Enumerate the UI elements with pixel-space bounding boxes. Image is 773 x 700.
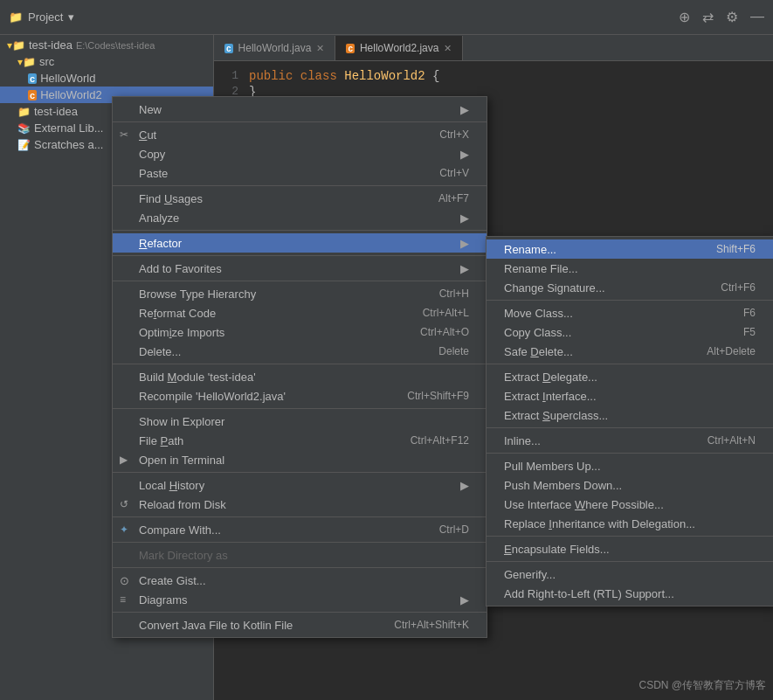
submenu-rename-file[interactable]: Rename File...	[487, 259, 773, 278]
submenu-encapsulate[interactable]: Encapsulate Fields...	[487, 539, 773, 558]
menu-build[interactable]: Build Module 'test-idea'	[113, 367, 487, 386]
submenu-rtl[interactable]: Add Right-to-Left (RTL) Support...	[487, 584, 773, 603]
menu-analyze[interactable]: Analyze ▶	[113, 208, 487, 227]
submenu-use-interface[interactable]: Use Interface Where Possible...	[487, 495, 773, 514]
menu-delete-shortcut: Delete	[438, 345, 469, 357]
tab-helloworld2-label: HelloWorld2.java	[360, 42, 439, 54]
menu-reload-label: Reload from Disk	[139, 498, 226, 511]
menu-file-path-shortcut: Ctrl+Alt+F12	[411, 434, 469, 447]
menu-convert-kotlin[interactable]: Convert Java File to Kotlin File Ctrl+Al…	[113, 615, 487, 634]
submenu-rename-file-label: Rename File...	[504, 262, 578, 275]
add-icon[interactable]: ⊕	[679, 9, 690, 25]
submenu-pull-up[interactable]: Pull Members Up...	[487, 456, 773, 475]
menu-paste[interactable]: Paste Ctrl+V	[113, 163, 487, 183]
submenu-inline[interactable]: Inline... Ctrl+Alt+N	[487, 431, 773, 450]
code-text-1: public class HelloWorld2 {	[249, 69, 439, 83]
menu-cut[interactable]: ✂ Cut Ctrl+X	[113, 125, 487, 144]
tree-project-label: test-idea	[29, 38, 72, 52]
tree-item-src[interactable]: ▾📁 src	[0, 53, 213, 70]
submenu-move-class[interactable]: Move Class... F6	[487, 303, 773, 322]
github-icon: ⊙	[120, 574, 129, 587]
tab-helloworld2[interactable]: c HelloWorld2.java ✕	[335, 36, 463, 60]
menu-create-gist[interactable]: ⊙ Create Gist...	[113, 571, 487, 590]
menu-recompile[interactable]: Recompile 'HelloWorld2.java' Ctrl+Shift+…	[113, 386, 487, 405]
menu-compare-shortcut: Ctrl+D	[439, 523, 469, 536]
terminal-icon: ▶	[120, 454, 128, 466]
tree-testidea-label: test-idea	[34, 105, 78, 118]
tree-item-project[interactable]: ▾📁 test-idea E:\Codes\test-idea	[0, 37, 213, 53]
menu-compare[interactable]: ✦ Compare With... Ctrl+D	[113, 520, 487, 539]
menu-find-usages-shortcut: Alt+F7	[438, 192, 469, 204]
submenu-rename-label: Rename...	[504, 243, 556, 256]
submenu-safe-delete[interactable]: Safe Delete... Alt+Delete	[487, 342, 773, 361]
menu-refactor[interactable]: Refactor ▶	[113, 233, 487, 253]
menu-reformat[interactable]: Reformat Code Ctrl+Alt+L	[113, 303, 487, 322]
menu-compare-label: Compare With...	[139, 523, 221, 537]
menu-browse-hierarchy-label: Browse Type Hierarchy	[139, 288, 256, 301]
sync-icon[interactable]: ⇄	[702, 9, 714, 25]
dropdown-icon[interactable]: ▾	[68, 10, 74, 24]
separator-8	[113, 472, 487, 473]
separator-9	[113, 516, 487, 517]
settings-icon[interactable]: ⚙	[726, 9, 738, 25]
external-icon: 📚	[17, 122, 31, 135]
menu-paste-shortcut: Ctrl+V	[439, 167, 469, 179]
menu-add-favorites[interactable]: Add to Favorites ▶	[113, 259, 487, 278]
tree-item-helloworld[interactable]: c HelloWorld	[0, 70, 213, 87]
minimize-icon[interactable]: —	[750, 9, 764, 25]
cut-icon: ✂	[120, 128, 128, 141]
menu-cut-shortcut: Ctrl+X	[439, 128, 469, 141]
separator-5	[113, 281, 487, 281]
menu-browse-hierarchy-shortcut: Ctrl+H	[439, 288, 469, 300]
tree-src-label: src	[39, 55, 54, 68]
submenu-rename[interactable]: Rename... Shift+F6	[487, 239, 773, 259]
menu-find-usages[interactable]: Find Usages Alt+F7	[113, 189, 487, 208]
menu-optimize-label: Optimize Imports	[139, 326, 224, 339]
submenu-change-sig[interactable]: Change Signature... Ctrl+F6	[487, 278, 773, 297]
submenu-replace-inheritance-label: Replace Inheritance with Delegation...	[504, 517, 695, 530]
reload-icon: ↺	[120, 498, 128, 510]
tab-helloworld2-close[interactable]: ✕	[444, 43, 452, 54]
menu-reload[interactable]: ↺ Reload from Disk	[113, 495, 487, 514]
project-path: E:\Codes\test-idea	[76, 40, 155, 51]
sub-sep-3	[487, 427, 773, 428]
separator-1	[113, 121, 487, 122]
submenu-copy-class[interactable]: Copy Class... F5	[487, 322, 773, 342]
menu-delete-label: Delete...	[139, 345, 181, 358]
submenu-push-down[interactable]: Push Members Down...	[487, 475, 773, 495]
menu-copy[interactable]: Copy ▶	[113, 144, 487, 163]
submenu-change-sig-label: Change Signature...	[504, 281, 605, 295]
menu-delete[interactable]: Delete... Delete	[113, 342, 487, 361]
submenu-extract-interface[interactable]: Extract Interface...	[487, 386, 773, 405]
separator-3	[113, 230, 487, 231]
menu-file-path[interactable]: File Path Ctrl+Alt+F12	[113, 431, 487, 450]
tab-helloworld[interactable]: c HelloWorld.java ✕	[214, 36, 335, 60]
menu-paste-label: Paste	[139, 167, 168, 180]
submenu-replace-inheritance[interactable]: Replace Inheritance with Delegation...	[487, 514, 773, 533]
menu-open-terminal[interactable]: ▶ Open in Terminal	[113, 450, 487, 469]
menu-open-terminal-label: Open in Terminal	[139, 454, 224, 467]
submenu-safe-delete-shortcut: Alt+Delete	[707, 345, 756, 357]
menu-add-favorites-label: Add to Favorites	[139, 262, 222, 275]
submenu-extract-superclass[interactable]: Extract Superclass...	[487, 405, 773, 425]
menu-show-explorer[interactable]: Show in Explorer	[113, 412, 487, 431]
testidea-icon: 📁	[17, 106, 31, 118]
tree-helloworld-label: HelloWorld	[40, 72, 95, 85]
toolbar-icons: ⊕ ⇄ ⚙ —	[679, 9, 764, 25]
submenu-generify[interactable]: Generify...	[487, 565, 773, 584]
menu-optimize[interactable]: Optimize Imports Ctrl+Alt+O	[113, 322, 487, 342]
folder-icon: 📁	[9, 10, 23, 24]
menu-diagrams[interactable]: ≡ Diagrams ▶	[113, 590, 487, 609]
submenu-extract-delegate[interactable]: Extract Delegate...	[487, 367, 773, 386]
submenu-inline-label: Inline...	[504, 434, 541, 447]
menu-create-gist-label: Create Gist...	[139, 574, 206, 587]
submenu-pull-up-label: Pull Members Up...	[504, 460, 601, 473]
menu-new[interactable]: New ▶	[113, 100, 487, 119]
tab-helloworld-close[interactable]: ✕	[316, 43, 324, 54]
menu-browse-hierarchy[interactable]: Browse Type Hierarchy Ctrl+H	[113, 284, 487, 303]
menu-analyze-arrow: ▶	[460, 211, 469, 225]
menu-analyze-label: Analyze	[139, 211, 179, 225]
tab-helloworld-label: HelloWorld.java	[238, 42, 312, 54]
context-menu: New ▶ ✂ Cut Ctrl+X Copy ▶ Paste Ctrl+V F…	[112, 96, 487, 638]
menu-local-history[interactable]: Local History ▶	[113, 475, 487, 495]
